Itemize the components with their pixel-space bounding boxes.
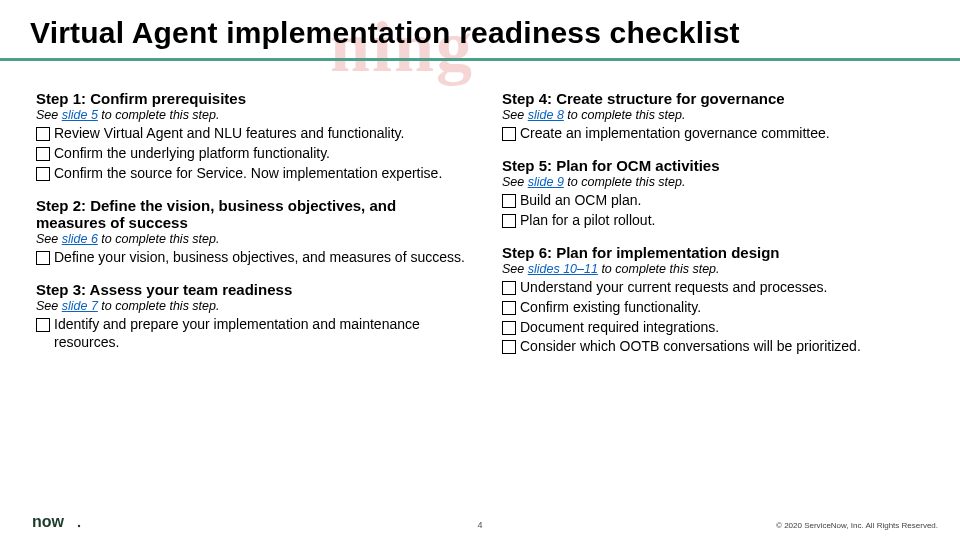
step3-see-post: to complete this step. <box>98 299 220 313</box>
step2-heading: Step 2: Define the vision, business obje… <box>36 197 466 231</box>
step2-items: Define your vision, business objectives,… <box>36 249 466 267</box>
step3-heading: Step 3: Assess your team readiness <box>36 281 466 298</box>
footer: now 4 © 2020 ServiceNow, Inc. All Rights… <box>0 506 960 540</box>
step6-see: See slides 10–11 to complete this step. <box>502 262 932 276</box>
checkbox-icon[interactable] <box>502 301 516 315</box>
step4-see-link[interactable]: slide 8 <box>528 108 564 122</box>
step4-see-pre: See <box>502 108 528 122</box>
checkbox-icon[interactable] <box>36 251 50 265</box>
now-logo-icon: now <box>32 512 86 532</box>
checkbox-icon[interactable] <box>502 214 516 228</box>
list-item: Confirm the source for Service. Now impl… <box>36 165 466 183</box>
list-item: Build an OCM plan. <box>502 192 932 210</box>
checkbox-icon[interactable] <box>36 147 50 161</box>
step3-see-link[interactable]: slide 7 <box>62 299 98 313</box>
step3-see-pre: See <box>36 299 62 313</box>
slide: ning Virtual Agent implementation readin… <box>0 0 960 540</box>
list-item: Confirm existing functionality. <box>502 299 932 317</box>
step5-see-link[interactable]: slide 9 <box>528 175 564 189</box>
step1-heading: Step 1: Confirm prerequisites <box>36 90 466 107</box>
checkbox-icon[interactable] <box>36 167 50 181</box>
list-item: Consider which OOTB conversations will b… <box>502 338 932 356</box>
checkbox-icon[interactable] <box>502 194 516 208</box>
item-text: Create an implementation governance comm… <box>520 125 932 143</box>
step1-items: Review Virtual Agent and NLU features an… <box>36 125 466 183</box>
list-item: Identify and prepare your implementation… <box>36 316 466 352</box>
step4-items: Create an implementation governance comm… <box>502 125 932 143</box>
svg-point-0 <box>78 525 80 527</box>
step4-heading: Step 4: Create structure for governance <box>502 90 932 107</box>
column-right: Step 4: Create structure for governance … <box>502 90 932 500</box>
step2-see: See slide 6 to complete this step. <box>36 232 466 246</box>
checkbox-icon[interactable] <box>36 127 50 141</box>
step1-see-post: to complete this step. <box>98 108 220 122</box>
list-item: Document required integrations. <box>502 319 932 337</box>
item-text: Confirm the underlying platform function… <box>54 145 466 163</box>
item-text: Identify and prepare your implementation… <box>54 316 466 352</box>
step2-see-link[interactable]: slide 6 <box>62 232 98 246</box>
step6-see-post: to complete this step. <box>598 262 720 276</box>
list-item: Create an implementation governance comm… <box>502 125 932 143</box>
list-item: Review Virtual Agent and NLU features an… <box>36 125 466 143</box>
step5-heading: Step 5: Plan for OCM activities <box>502 157 932 174</box>
item-text: Document required integrations. <box>520 319 932 337</box>
step5-items: Build an OCM plan. Plan for a pilot roll… <box>502 192 932 230</box>
checkbox-icon[interactable] <box>502 127 516 141</box>
logo-text: now <box>32 513 65 530</box>
step2-see-post: to complete this step. <box>98 232 220 246</box>
checkbox-icon[interactable] <box>502 321 516 335</box>
step5-see-pre: See <box>502 175 528 189</box>
item-text: Plan for a pilot rollout. <box>520 212 932 230</box>
step6-items: Understand your current requests and pro… <box>502 279 932 357</box>
step4-see-post: to complete this step. <box>564 108 686 122</box>
item-text: Build an OCM plan. <box>520 192 932 210</box>
item-text: Review Virtual Agent and NLU features an… <box>54 125 466 143</box>
step6-see-pre: See <box>502 262 528 276</box>
list-item: Plan for a pilot rollout. <box>502 212 932 230</box>
step1-see-pre: See <box>36 108 62 122</box>
step5-see: See slide 9 to complete this step. <box>502 175 932 189</box>
list-item: Define your vision, business objectives,… <box>36 249 466 267</box>
item-text: Confirm the source for Service. Now impl… <box>54 165 466 183</box>
step2-see-pre: See <box>36 232 62 246</box>
step3-see: See slide 7 to complete this step. <box>36 299 466 313</box>
step4-see: See slide 8 to complete this step. <box>502 108 932 122</box>
title-underline <box>0 58 960 61</box>
step1-see: See slide 5 to complete this step. <box>36 108 466 122</box>
checkbox-icon[interactable] <box>502 281 516 295</box>
checkbox-icon[interactable] <box>502 340 516 354</box>
step3-items: Identify and prepare your implementation… <box>36 316 466 352</box>
column-left: Step 1: Confirm prerequisites See slide … <box>36 90 466 500</box>
item-text: Confirm existing functionality. <box>520 299 932 317</box>
step6-see-link[interactable]: slides 10–11 <box>528 262 598 276</box>
page-title: Virtual Agent implementation readiness c… <box>30 16 740 50</box>
content-area: Step 1: Confirm prerequisites See slide … <box>36 90 932 500</box>
item-text: Define your vision, business objectives,… <box>54 249 466 267</box>
step5-see-post: to complete this step. <box>564 175 686 189</box>
copyright-text: © 2020 ServiceNow, Inc. All Rights Reser… <box>776 521 938 530</box>
item-text: Understand your current requests and pro… <box>520 279 932 297</box>
step1-see-link[interactable]: slide 5 <box>62 108 98 122</box>
list-item: Understand your current requests and pro… <box>502 279 932 297</box>
page-number: 4 <box>477 520 482 530</box>
checkbox-icon[interactable] <box>36 318 50 332</box>
step6-heading: Step 6: Plan for implementation design <box>502 244 932 261</box>
item-text: Consider which OOTB conversations will b… <box>520 338 932 356</box>
list-item: Confirm the underlying platform function… <box>36 145 466 163</box>
servicenow-logo: now <box>32 512 86 532</box>
